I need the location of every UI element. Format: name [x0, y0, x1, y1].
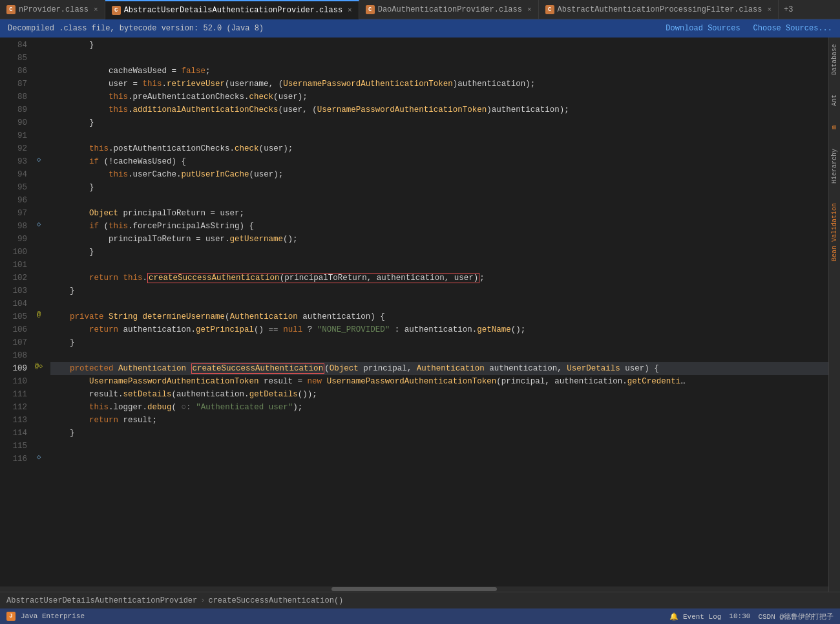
tab-close-1[interactable]: × [94, 6, 98, 14]
sidebar-database[interactable]: Database [831, 44, 838, 75]
code-line-87: user = this.retrieveUser(username, (User… [50, 78, 828, 91]
scrollbar-thumb[interactable] [331, 587, 497, 591]
li-103 [32, 285, 45, 297]
choose-sources-link[interactable]: Choose Sources... [753, 24, 832, 33]
code-line-103: } [50, 285, 828, 297]
ln-97: 97 [0, 207, 27, 220]
code-line-89: this.additionalAuthenticationChecks(user… [50, 103, 828, 116]
ln-112: 112 [0, 401, 27, 414]
tab-abstractprocessingfilter[interactable]: C AbstractAuthenticationProcessingFilter… [539, 0, 779, 19]
decompiled-info: Decompiled .class file, bytecode version… [8, 24, 264, 33]
sidebar-hierarchy[interactable]: Hierarchy [831, 149, 838, 184]
li-89 [32, 103, 45, 116]
li-88 [32, 91, 45, 103]
ln-87: 87 [0, 78, 27, 91]
li-107 [32, 336, 45, 349]
code-line-101 [50, 259, 828, 272]
sidebar-bean-validation[interactable]: Bean Validation [831, 203, 838, 261]
ln-85: 85 [0, 52, 27, 65]
ln-114: 114 [0, 427, 27, 440]
tab-label-3: DaoAuthenticationProvider.class [378, 5, 522, 14]
event-log-label[interactable]: 🔔 Event Log [669, 612, 721, 621]
tab-label-2: AbstractUserDetailsAuthenticationProvide… [124, 6, 342, 15]
ln-88: 88 [0, 91, 27, 103]
li-96 [32, 194, 45, 207]
sidebar-ant[interactable]: Ant [831, 94, 838, 106]
ln-108: 108 [0, 349, 27, 362]
ln-100: 100 [0, 246, 27, 259]
horizontal-scrollbar[interactable] [0, 586, 828, 592]
tab-daoprovider[interactable]: C DaoAuthenticationProvider.class × [359, 0, 539, 19]
code-lines[interactable]: } cacheWasUsed = false; user = this.retr… [45, 38, 828, 586]
ln-99: 99 [0, 233, 27, 246]
ln-116: 116 [0, 453, 27, 466]
ln-113: 113 [0, 414, 27, 427]
li-85 [32, 52, 45, 65]
code-panel: 84 85 86 87 88 89 90 91 92 93 94 95 96 9… [0, 38, 828, 592]
li-108 [32, 349, 45, 362]
java-enterprise-label: Java Enterprise [21, 612, 85, 620]
code-line-102: return this.createSuccessAuthentication(… [50, 272, 828, 285]
code-line-107: } [50, 336, 828, 349]
java-enterprise-icon: J [6, 612, 16, 621]
code-line-85 [50, 52, 828, 65]
breadcrumb-class[interactable]: AbstractUserDetailsAuthenticationProvide… [6, 596, 197, 605]
ln-111: 111 [0, 388, 27, 401]
tab-overflow[interactable]: +3 [779, 5, 798, 14]
csdn-label: CSDN @德鲁伊的打把子 [758, 612, 834, 621]
tab-label-1: nProvider.class [19, 5, 89, 14]
ln-93: 93 [0, 155, 27, 168]
li-100 [32, 246, 45, 259]
li-106 [32, 323, 45, 336]
breadcrumb-separator: › [200, 596, 205, 605]
bottom-bar: AbstractUserDetailsAuthenticationProvide… [0, 592, 840, 608]
tab-close-4[interactable]: × [767, 6, 772, 14]
tab-icon-1: C [6, 5, 16, 14]
tab-icon-3: C [366, 5, 375, 14]
ln-102: 102 [0, 272, 27, 285]
li-109: @◇ [32, 362, 45, 375]
tab-close-3[interactable]: × [527, 6, 532, 14]
code-line-116 [50, 453, 828, 466]
tab-close-2[interactable]: × [348, 6, 352, 14]
tab-abstractuserdetails[interactable]: C AbstractUserDetailsAuthenticationProvi… [105, 0, 359, 19]
ln-105: 105 [0, 310, 27, 323]
ln-94: 94 [0, 168, 27, 181]
code-line-105: private String determineUsername(Authent… [50, 310, 828, 323]
code-line-104 [50, 297, 828, 310]
code-line-109: protected Authentication createSuccessAu… [50, 362, 828, 375]
breadcrumb-method[interactable]: createSuccessAuthentication() [208, 596, 343, 605]
code-line-115 [50, 440, 828, 453]
line-numbers: 84 85 86 87 88 89 90 91 92 93 94 95 96 9… [0, 38, 32, 586]
li-84 [32, 39, 45, 52]
info-bar: Decompiled .class file, bytecode version… [0, 19, 840, 38]
right-sidebar: Database Ant m Hierarchy Bean Validation [828, 38, 840, 592]
li-95 [32, 181, 45, 194]
ln-107: 107 [0, 336, 27, 349]
ln-106: 106 [0, 323, 27, 336]
code-line-93: if (!cacheWasUsed) { [50, 155, 828, 168]
status-right: 🔔 Event Log 10:30 CSDN @德鲁伊的打把子 [669, 612, 834, 621]
code-line-98: if (this.forcePrincipalAsString) { [50, 220, 828, 233]
ln-98: 98 [0, 220, 27, 233]
sidebar-m[interactable]: m [831, 125, 838, 129]
ln-103: 103 [0, 285, 27, 297]
code-content: 84 85 86 87 88 89 90 91 92 93 94 95 96 9… [0, 38, 828, 586]
li-99 [32, 233, 45, 246]
time-label: 10:30 [729, 612, 750, 620]
li-115 [32, 440, 45, 453]
code-line-112: this.logger.debug( ○: "Authenticated use… [50, 401, 828, 414]
ln-96: 96 [0, 194, 27, 207]
download-sources-link[interactable]: Download Sources [666, 24, 740, 33]
li-111 [32, 388, 45, 401]
info-bar-links: Download Sources Choose Sources... [666, 24, 832, 33]
li-97 [32, 207, 45, 220]
li-113 [32, 414, 45, 427]
code-line-100: } [50, 246, 828, 259]
code-line-99: principalToReturn = user.getUsername(); [50, 233, 828, 246]
li-104 [32, 297, 45, 310]
ln-101: 101 [0, 259, 27, 272]
li-112 [32, 401, 45, 414]
tab-nprovider[interactable]: C nProvider.class × [0, 0, 105, 19]
code-line-111: result.setDetails(authentication.getDeta… [50, 388, 828, 401]
